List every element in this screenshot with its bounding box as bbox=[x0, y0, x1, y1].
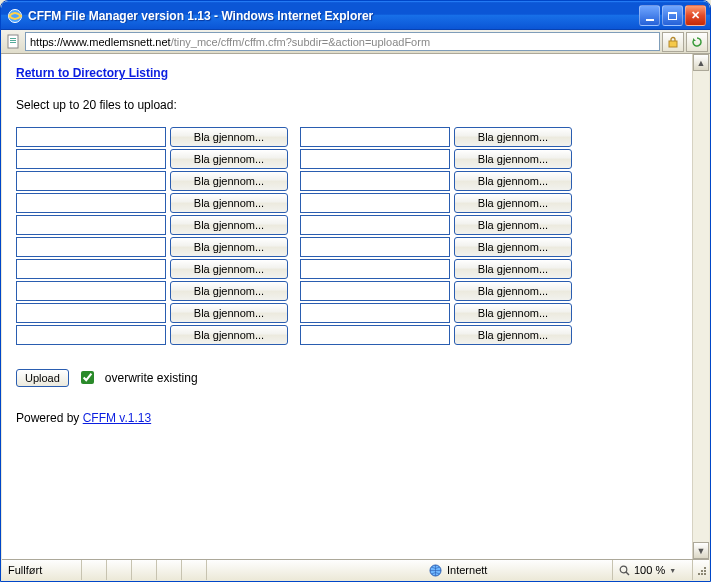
url-secure-part: https://www.medlemsnett.net bbox=[30, 36, 171, 48]
url-path-part: /tiny_mce/cffm/cffm.cfm?subdir=&action=u… bbox=[171, 36, 430, 48]
security-lock-button[interactable] bbox=[662, 32, 684, 52]
status-pane-6 bbox=[182, 560, 207, 580]
window-title: CFFM File Manager version 1.13 - Windows… bbox=[28, 9, 639, 23]
vertical-scrollbar[interactable]: ▲ ▼ bbox=[692, 54, 709, 559]
refresh-icon bbox=[691, 36, 703, 48]
status-pane-4 bbox=[132, 560, 157, 580]
zoom-icon bbox=[619, 565, 630, 576]
status-pane-2 bbox=[82, 560, 107, 580]
browse-button[interactable]: Bla gjennom... bbox=[454, 127, 572, 147]
security-zone[interactable]: Internett bbox=[423, 560, 613, 580]
svg-rect-1 bbox=[8, 35, 18, 48]
browse-button[interactable]: Bla gjennom... bbox=[170, 127, 288, 147]
browse-button[interactable]: Bla gjennom... bbox=[170, 303, 288, 323]
file-path-input[interactable] bbox=[300, 281, 450, 301]
file-path-input[interactable] bbox=[16, 215, 166, 235]
scroll-down-button[interactable]: ▼ bbox=[693, 542, 709, 559]
browse-button[interactable]: Bla gjennom... bbox=[454, 215, 572, 235]
file-path-input[interactable] bbox=[16, 281, 166, 301]
upload-button[interactable]: Upload bbox=[16, 369, 69, 387]
file-path-input[interactable] bbox=[300, 193, 450, 213]
svg-point-7 bbox=[620, 566, 627, 573]
browse-button[interactable]: Bla gjennom... bbox=[454, 193, 572, 213]
file-path-input[interactable] bbox=[16, 171, 166, 191]
cffm-link[interactable]: CFFM v.1.13 bbox=[83, 411, 151, 425]
browse-button[interactable]: Bla gjennom... bbox=[454, 237, 572, 257]
svg-rect-13 bbox=[701, 570, 703, 572]
file-path-input[interactable] bbox=[16, 303, 166, 323]
file-path-input[interactable] bbox=[300, 127, 450, 147]
file-path-input[interactable] bbox=[300, 325, 450, 345]
file-path-input[interactable] bbox=[300, 303, 450, 323]
file-path-input[interactable] bbox=[300, 171, 450, 191]
svg-rect-9 bbox=[704, 573, 706, 575]
svg-rect-11 bbox=[704, 570, 706, 572]
browse-button[interactable]: Bla gjennom... bbox=[170, 325, 288, 345]
svg-rect-10 bbox=[701, 573, 703, 575]
browse-button[interactable]: Bla gjennom... bbox=[170, 281, 288, 301]
window-buttons: ✕ bbox=[639, 5, 706, 26]
upload-grid: Bla gjennom...Bla gjennom...Bla gjennom.… bbox=[16, 126, 576, 346]
browse-button[interactable]: Bla gjennom... bbox=[454, 171, 572, 191]
address-input[interactable]: https://www.medlemsnett.net/tiny_mce/cff… bbox=[25, 32, 660, 51]
file-path-input[interactable] bbox=[16, 259, 166, 279]
browse-button[interactable]: Bla gjennom... bbox=[454, 149, 572, 169]
svg-rect-4 bbox=[10, 42, 16, 43]
browse-button[interactable]: Bla gjennom... bbox=[170, 149, 288, 169]
minimize-button[interactable] bbox=[639, 5, 660, 26]
zoom-dropdown-icon: ▼ bbox=[669, 567, 676, 574]
svg-rect-2 bbox=[10, 38, 16, 39]
file-path-input[interactable] bbox=[16, 325, 166, 345]
page-icon bbox=[6, 34, 22, 50]
file-path-input[interactable] bbox=[16, 193, 166, 213]
address-bar: https://www.medlemsnett.net/tiny_mce/cff… bbox=[1, 30, 710, 54]
browser-window: CFFM File Manager version 1.13 - Windows… bbox=[0, 0, 711, 582]
powered-prefix: Powered by bbox=[16, 411, 83, 425]
browse-button[interactable]: Bla gjennom... bbox=[170, 171, 288, 191]
browse-button[interactable]: Bla gjennom... bbox=[170, 259, 288, 279]
page-body: Return to Directory Listing Select up to… bbox=[2, 54, 692, 559]
globe-icon bbox=[429, 564, 442, 577]
overwrite-checkbox[interactable] bbox=[81, 371, 94, 384]
file-path-input[interactable] bbox=[16, 149, 166, 169]
return-link[interactable]: Return to Directory Listing bbox=[16, 66, 168, 80]
scroll-up-button[interactable]: ▲ bbox=[693, 54, 709, 71]
close-button[interactable]: ✕ bbox=[685, 5, 706, 26]
instruction-text: Select up to 20 files to upload: bbox=[16, 98, 678, 112]
upload-controls: Upload overwrite existing bbox=[16, 368, 678, 387]
browse-button[interactable]: Bla gjennom... bbox=[454, 325, 572, 345]
svg-rect-5 bbox=[669, 41, 677, 47]
file-path-input[interactable] bbox=[300, 237, 450, 257]
file-path-input[interactable] bbox=[300, 215, 450, 235]
browse-button[interactable]: Bla gjennom... bbox=[454, 303, 572, 323]
svg-rect-14 bbox=[704, 567, 706, 569]
resize-grip[interactable] bbox=[693, 562, 709, 578]
zone-label: Internett bbox=[447, 564, 487, 576]
svg-line-8 bbox=[626, 572, 629, 575]
status-state: Fullført bbox=[2, 560, 82, 580]
browse-button[interactable]: Bla gjennom... bbox=[170, 193, 288, 213]
file-path-input[interactable] bbox=[300, 259, 450, 279]
status-bar: Fullført Internett 100 % ▼ bbox=[2, 559, 709, 580]
status-pane-5 bbox=[157, 560, 182, 580]
browse-button[interactable]: Bla gjennom... bbox=[170, 215, 288, 235]
browse-button[interactable]: Bla gjennom... bbox=[454, 281, 572, 301]
file-path-input[interactable] bbox=[16, 237, 166, 257]
content-area: Return to Directory Listing Select up to… bbox=[2, 54, 709, 559]
maximize-button[interactable] bbox=[662, 5, 683, 26]
refresh-button[interactable] bbox=[686, 32, 708, 52]
svg-rect-3 bbox=[10, 40, 16, 41]
zoom-control[interactable]: 100 % ▼ bbox=[613, 560, 693, 580]
overwrite-label[interactable]: overwrite existing bbox=[105, 371, 198, 385]
titlebar: CFFM File Manager version 1.13 - Windows… bbox=[1, 1, 710, 30]
svg-rect-12 bbox=[698, 573, 700, 575]
ie-icon bbox=[7, 8, 23, 24]
powered-by: Powered by CFFM v.1.13 bbox=[16, 411, 678, 425]
browse-button[interactable]: Bla gjennom... bbox=[170, 237, 288, 257]
browse-button[interactable]: Bla gjennom... bbox=[454, 259, 572, 279]
zoom-value: 100 % bbox=[634, 564, 665, 576]
file-path-input[interactable] bbox=[300, 149, 450, 169]
lock-icon bbox=[667, 36, 679, 48]
file-path-input[interactable] bbox=[16, 127, 166, 147]
status-pane-3 bbox=[107, 560, 132, 580]
